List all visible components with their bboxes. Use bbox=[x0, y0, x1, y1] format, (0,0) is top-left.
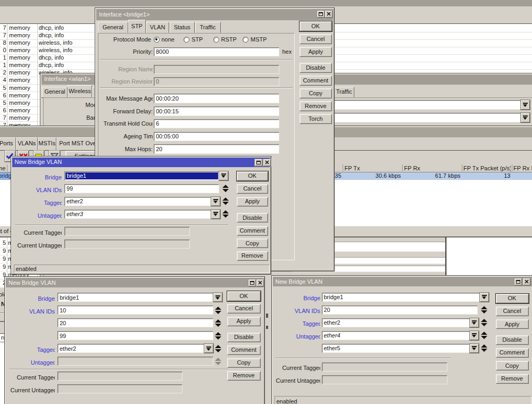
bridge-tab-ports[interactable]: Ports bbox=[0, 137, 16, 150]
comment-button[interactable]: Comment bbox=[237, 226, 269, 236]
disable-button[interactable]: Disable bbox=[227, 333, 261, 343]
dialog-titlebar[interactable]: New Bridge VLAN bbox=[273, 277, 532, 286]
disable-button[interactable]: Disable bbox=[300, 63, 332, 73]
ok-button[interactable]: OK bbox=[237, 171, 269, 181]
remove-button[interactable]: Remove bbox=[300, 101, 332, 111]
apply-button[interactable]: Apply bbox=[496, 319, 529, 329]
remove-button[interactable]: Remove bbox=[496, 374, 529, 384]
apply-button[interactable]: Apply bbox=[300, 47, 332, 57]
apply-button[interactable]: Apply bbox=[237, 197, 269, 207]
wlan-tab-wireless[interactable]: Wireless bbox=[68, 85, 92, 98]
untagged-spinner[interactable] bbox=[215, 357, 222, 366]
ok-button[interactable]: OK bbox=[496, 294, 529, 303]
bridge-col-header-fp-tx-packet[interactable]: FP Tx Packet (p/s) bbox=[463, 165, 511, 172]
interface-tab-vlan[interactable]: VLAN bbox=[146, 22, 169, 34]
maximize-button[interactable] bbox=[255, 159, 262, 166]
tagged-combo-button[interactable] bbox=[470, 318, 479, 327]
cancel-button[interactable]: Cancel bbox=[300, 34, 332, 44]
vlan-ids-field[interactable]: 20 bbox=[322, 306, 478, 315]
cancel-button[interactable]: Cancel bbox=[237, 184, 269, 194]
tagged-spinner[interactable] bbox=[215, 344, 222, 353]
disable-button[interactable]: Disable bbox=[496, 335, 529, 345]
remove-button[interactable]: Remove bbox=[237, 251, 269, 261]
bridge-col-header-name[interactable]: Name bbox=[0, 165, 7, 172]
vlan-ids-field[interactable]: 99 bbox=[64, 184, 219, 193]
comment-button[interactable]: Comment bbox=[300, 76, 332, 86]
tagged-field[interactable]: ether2 bbox=[57, 344, 204, 353]
interface-tab-stp[interactable]: STP bbox=[128, 20, 146, 34]
bridge-combo-button[interactable] bbox=[213, 293, 222, 302]
copy-button[interactable]: Copy bbox=[237, 238, 269, 248]
close-button[interactable] bbox=[325, 11, 332, 18]
dialog-titlebar[interactable]: New Bridge VLAN bbox=[6, 278, 263, 287]
maximize-button[interactable] bbox=[514, 278, 522, 285]
bridge-col-header-fp-rx[interactable]: FP Rx bbox=[404, 165, 452, 172]
bridge-combo-button[interactable] bbox=[480, 293, 489, 302]
untagged-spinner[interactable] bbox=[480, 331, 487, 340]
vlan-ids-spinner[interactable] bbox=[215, 332, 222, 340]
copy-button[interactable]: Copy bbox=[496, 361, 529, 370]
interface-tab-traffic[interactable]: Traffic bbox=[195, 22, 221, 34]
vlan-ids-field-0[interactable]: 10 bbox=[57, 306, 213, 315]
close-button[interactable] bbox=[256, 279, 264, 286]
vlan-ids-spinner[interactable] bbox=[480, 306, 487, 314]
close-button[interactable] bbox=[523, 278, 530, 285]
dialog-titlebar[interactable]: New Bridge VLAN bbox=[12, 158, 270, 167]
vlan-ids-spinner[interactable] bbox=[215, 319, 222, 327]
bridge-tab-mstis[interactable]: MSTIs bbox=[38, 137, 56, 150]
tagged-combo-button[interactable] bbox=[211, 197, 220, 206]
maximize-button[interactable] bbox=[248, 279, 256, 286]
untagged-field[interactable]: ether3 bbox=[64, 210, 211, 219]
comment-button[interactable]: Comment bbox=[496, 348, 529, 358]
interface-tab-general[interactable]: General bbox=[98, 22, 128, 34]
vlan-ids-spinner[interactable] bbox=[222, 184, 229, 193]
wlan-mode-combo-button[interactable] bbox=[521, 100, 530, 110]
ok-button[interactable]: OK bbox=[300, 21, 332, 31]
untagged-field-1[interactable]: ether5 bbox=[322, 344, 470, 353]
untagged-combo-button[interactable] bbox=[470, 331, 479, 340]
bridge-field[interactable]: bridge1 bbox=[64, 171, 219, 180]
bridge-col-header-fp-tx[interactable]: FP Tx bbox=[345, 165, 398, 172]
interface-field-7[interactable]: 20 bbox=[154, 144, 279, 154]
tagged-spinner[interactable] bbox=[480, 318, 487, 327]
untagged-combo-button[interactable] bbox=[211, 210, 220, 219]
wlan-tab-traffic[interactable]: Traffic bbox=[334, 87, 354, 98]
interface-tab-status[interactable]: Status bbox=[170, 22, 195, 34]
copy-button[interactable]: Copy bbox=[300, 88, 332, 98]
untagged-field-0[interactable]: ether4 bbox=[322, 331, 470, 340]
ok-button[interactable]: OK bbox=[227, 291, 261, 301]
torch-button[interactable]: Torch bbox=[300, 114, 332, 124]
tagged-combo-button[interactable] bbox=[204, 344, 213, 353]
remove-button[interactable]: Remove bbox=[227, 371, 261, 381]
maximize-button[interactable] bbox=[317, 11, 325, 18]
bridge-tab-vlans[interactable]: VLANs bbox=[16, 137, 38, 150]
radio-RSTP[interactable] bbox=[213, 37, 219, 43]
radio-STP[interactable] bbox=[184, 37, 189, 43]
interface-field-3[interactable]: 00:00:20 bbox=[154, 94, 279, 103]
vlan-ids-field-1[interactable]: 20 bbox=[57, 318, 213, 327]
bridge-combo-button[interactable] bbox=[219, 171, 228, 180]
bridge-col-header-fp-rx-packet[interactable]: FP Rx Packet (p/s) bbox=[513, 165, 532, 172]
untagged-combo-button[interactable] bbox=[470, 344, 479, 353]
tagged-spinner[interactable] bbox=[222, 197, 229, 205]
cancel-button[interactable]: Cancel bbox=[227, 304, 261, 314]
bridge-field[interactable]: bridge1 bbox=[322, 293, 480, 302]
wlan-tab-general[interactable]: General bbox=[42, 87, 68, 98]
untagged-spinner[interactable] bbox=[222, 210, 229, 218]
copy-button[interactable]: Copy bbox=[227, 358, 261, 368]
apply-button[interactable]: Apply bbox=[227, 317, 261, 327]
tagged-field[interactable]: ether2 bbox=[64, 197, 211, 206]
cancel-button[interactable]: Cancel bbox=[496, 307, 529, 316]
untagged-spinner[interactable] bbox=[480, 344, 487, 352]
interface-field-4[interactable]: 00:00:15 bbox=[154, 106, 279, 116]
vlan-ids-spinner[interactable] bbox=[215, 306, 222, 315]
interface-field-6[interactable]: 00:05:00 bbox=[154, 132, 279, 142]
wlan-band-combo-button[interactable] bbox=[521, 113, 530, 122]
tagged-field[interactable]: ether2 bbox=[322, 318, 470, 327]
disable-button[interactable]: Disable bbox=[237, 213, 269, 222]
bridge-field[interactable]: bridge1 bbox=[57, 293, 213, 302]
close-button[interactable] bbox=[263, 159, 271, 166]
interface-dialog-titlebar[interactable]: Interface <bridge1> bbox=[96, 9, 333, 20]
interface-field-0[interactable]: 8000 bbox=[154, 47, 279, 57]
vlan-ids-field-2[interactable]: 99 bbox=[57, 331, 213, 340]
